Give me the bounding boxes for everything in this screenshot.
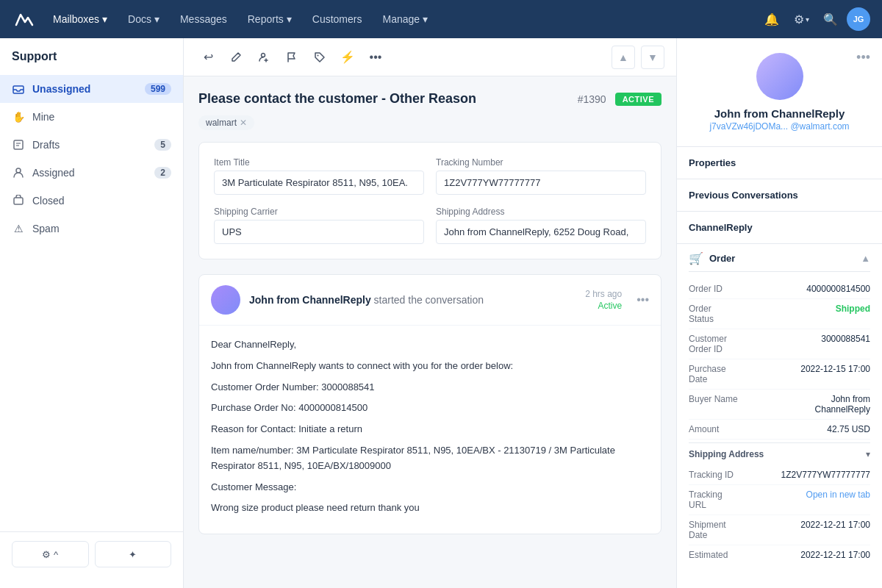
order-val: 2022-12-21 17:00 xyxy=(780,550,871,560)
order-key: Tracking ID xyxy=(689,470,780,480)
drafts-badge: 5 xyxy=(154,139,171,151)
ticket-tags: walmart ✕ xyxy=(198,115,662,130)
previous-conversations-header[interactable]: Previous Conversations xyxy=(677,179,882,211)
order-key: Buyer Name xyxy=(689,394,780,404)
collapse-icon[interactable]: ▲ xyxy=(861,253,870,264)
contact-email[interactable]: j7vaVZw46jDOMa... @walmart.com xyxy=(689,121,870,132)
main-content: ↩ xyxy=(184,38,676,588)
tracking-url-link[interactable]: Open in new tab xyxy=(780,490,871,500)
shipping-address-label: Shipping Address xyxy=(689,449,764,459)
account-icon[interactable]: ⚙▾ xyxy=(788,6,814,32)
nav-reports[interactable]: Reports ▾ xyxy=(239,9,301,29)
nav-manage[interactable]: Manage ▾ xyxy=(373,9,437,29)
sidebar-item-label: Spam xyxy=(32,223,60,234)
order-row-buyer: Buyer Name John from ChannelReply xyxy=(689,390,870,420)
tracking-number-label: Tracking Number xyxy=(436,157,646,168)
sidebar-item-label: Closed xyxy=(32,195,65,207)
shipping-carrier-input[interactable]: UPS xyxy=(214,220,424,244)
logo xyxy=(12,7,35,31)
sidebar-item-label: Drafts xyxy=(32,139,60,151)
ticket-status-badge: ACTIVE xyxy=(615,93,662,106)
undo-button[interactable]: ↩ xyxy=(196,45,220,70)
settings-button[interactable]: ⚙ ^ xyxy=(12,541,89,567)
notifications-icon[interactable]: 🔔 xyxy=(759,6,785,32)
sidebar-item-mine[interactable]: ✋ Mine xyxy=(0,103,183,131)
sidebar-item-spam[interactable]: ⚠ Spam xyxy=(0,215,183,243)
order-val: 2022-12-15 17:00 xyxy=(780,364,871,374)
order-row-customer-id: CustomerOrder ID 3000088541 xyxy=(689,329,870,359)
order-key: ShipmentDate xyxy=(689,520,780,540)
person-icon xyxy=(12,166,25,179)
more-button[interactable]: ••• xyxy=(363,45,388,70)
closed-icon xyxy=(12,194,25,207)
message-status: Active xyxy=(598,301,623,311)
chevron-down-icon: ▾ xyxy=(423,13,428,25)
cart-icon: 🛒 xyxy=(689,251,703,265)
ticket-tag-walmart[interactable]: walmart ✕ xyxy=(198,115,254,130)
order-key: Estimated xyxy=(689,550,780,560)
sidebar-title: Support xyxy=(0,50,183,75)
edit-button[interactable] xyxy=(223,45,248,70)
assign-button[interactable] xyxy=(251,45,276,70)
order-panel-header: 🛒 Order ▲ xyxy=(689,244,870,272)
ticket-id: #1390 xyxy=(578,93,606,105)
message-customer-label: Customer Message: xyxy=(211,480,649,495)
chevron-down-icon: ▾ xyxy=(154,13,159,25)
nav-mailboxes[interactable]: Mailboxes ▾ xyxy=(44,9,116,29)
order-row-shipment-date: ShipmentDate 2022-12-21 17:00 xyxy=(689,515,870,545)
channelreply-header[interactable]: ChannelReply xyxy=(677,212,882,243)
order-val: 1Z2V777YW77777777 xyxy=(780,470,871,480)
prev-ticket-button[interactable]: ▲ xyxy=(612,46,635,69)
message-avatar xyxy=(211,285,240,315)
shipping-address-toggle[interactable]: Shipping Address ▾ xyxy=(689,442,870,465)
message-intro: John from ChannelReply wants to connect … xyxy=(211,359,649,374)
nav-docs[interactable]: Docs ▾ xyxy=(119,9,168,29)
order-val: 42.75 USD xyxy=(780,424,871,434)
sidebar-item-closed[interactable]: Closed xyxy=(0,187,183,215)
tag-button[interactable] xyxy=(307,45,332,70)
compose-button[interactable]: ✦ xyxy=(95,541,172,567)
chevron-down-icon: ▾ xyxy=(102,13,107,25)
sidebar-item-label: Unassigned xyxy=(32,83,90,95)
contact-avatar xyxy=(756,53,803,100)
search-icon[interactable]: 🔍 xyxy=(817,6,844,32)
svg-point-4 xyxy=(16,168,21,173)
flag-button[interactable] xyxy=(279,45,304,70)
previous-conversations-section: Previous Conversations xyxy=(677,179,882,212)
order-row-tracking-url: TrackingURL Open in new tab xyxy=(689,485,870,515)
svg-point-6 xyxy=(262,53,265,57)
sidebar: Support Unassigned 599 ✋ Mine xyxy=(0,38,184,588)
nav-customers[interactable]: Customers xyxy=(304,9,371,29)
order-key: TrackingURL xyxy=(689,490,780,510)
properties-header[interactable]: Properties xyxy=(677,147,882,179)
sidebar-item-drafts[interactable]: Drafts 5 xyxy=(0,131,183,159)
shipping-address-input[interactable]: John from ChannelReply, 6252 Doug Road, xyxy=(436,220,646,244)
order-key: CustomerOrder ID xyxy=(689,334,780,354)
sidebar-item-unassigned[interactable]: Unassigned 599 xyxy=(0,75,183,103)
contact-name: John from ChannelReply xyxy=(689,107,870,120)
right-panel: ••• John from ChannelReply j7vaVZw46jDOM… xyxy=(676,38,882,588)
tracking-number-input[interactable]: 1Z2V777YW77777777 xyxy=(436,171,646,195)
message-more-button[interactable]: ••• xyxy=(637,293,649,306)
next-ticket-button[interactable]: ▼ xyxy=(641,46,664,69)
channelreply-section: ChannelReply xyxy=(677,212,882,244)
contact-card: ••• John from ChannelReply j7vaVZw46jDOM… xyxy=(677,38,882,147)
message-meta: 2 hrs ago Active xyxy=(585,289,622,311)
order-key: OrderStatus xyxy=(689,304,780,324)
item-title-input[interactable]: 3M Particulate Respirator 8511, N95, 10E… xyxy=(214,171,424,195)
spam-icon: ⚠ xyxy=(12,222,25,235)
message-card: John from ChannelReply started the conve… xyxy=(198,274,662,534)
sidebar-item-assigned[interactable]: Assigned 2 xyxy=(0,159,183,187)
order-form: Item Title 3M Particulate Respirator 851… xyxy=(198,142,662,259)
nav-messages[interactable]: Messages xyxy=(171,9,236,29)
shipping-carrier-field: Shipping Carrier UPS xyxy=(214,207,424,244)
message-time: 2 hrs ago xyxy=(585,289,622,299)
draft-icon xyxy=(12,138,25,151)
tag-remove-icon[interactable]: ✕ xyxy=(240,118,247,128)
action-button[interactable]: ⚡ xyxy=(335,45,360,70)
contact-more-button[interactable]: ••• xyxy=(856,50,870,65)
user-avatar[interactable]: JG xyxy=(847,7,870,31)
sidebar-item-label: Assigned xyxy=(32,167,75,179)
unassigned-badge: 599 xyxy=(145,83,171,95)
top-navigation: Mailboxes ▾ Docs ▾ Messages Reports ▾ Cu… xyxy=(0,0,882,38)
